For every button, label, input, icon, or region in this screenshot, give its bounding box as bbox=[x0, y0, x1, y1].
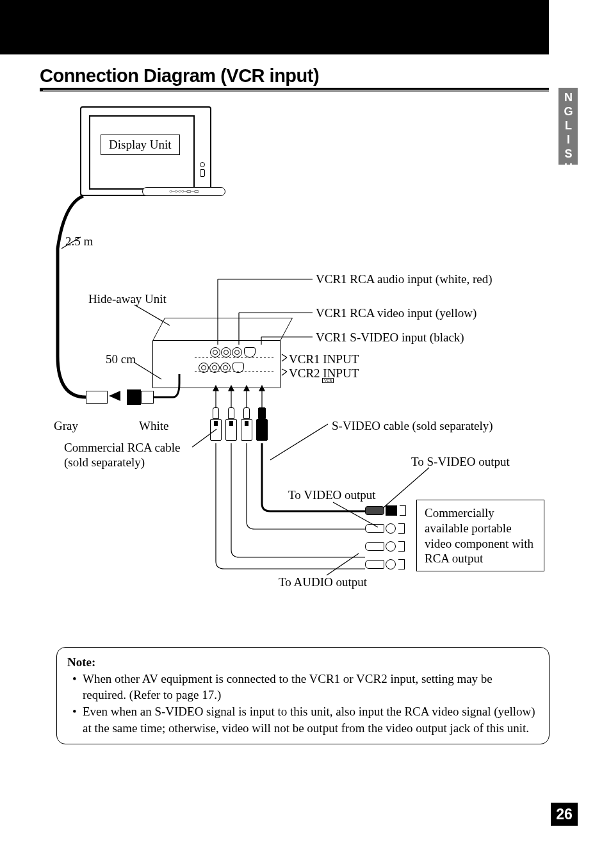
gray-connector-left bbox=[86, 391, 108, 404]
arrow-icon bbox=[109, 391, 120, 401]
section-title: Connection Diagram (VCR input) bbox=[40, 65, 549, 86]
section-title-block: Connection Diagram (VCR input) bbox=[40, 65, 549, 92]
label-to-svideo: To S-VIDEO output bbox=[411, 455, 510, 470]
label-hideaway: Hide-away Unit bbox=[88, 292, 167, 307]
label-vcr1-svideo: VCR1 S-VIDEO input (black) bbox=[316, 331, 464, 345]
vcr2-ports bbox=[199, 363, 244, 375]
note-heading: Note: bbox=[67, 654, 539, 671]
note-item: Even when an S-VIDEO signal is input to … bbox=[72, 703, 539, 736]
svideo-plug bbox=[256, 407, 268, 443]
display-unit: Display Unit ○─○-○ ○─▭─▭ bbox=[80, 106, 211, 196]
label-vcr1-audio: VCR1 RCA audio input (white, red) bbox=[316, 272, 492, 287]
svg-line-27 bbox=[327, 553, 359, 575]
vcr1-ports: VCR bbox=[210, 347, 256, 360]
section-underline bbox=[40, 88, 549, 92]
display-port-strip: ○─○-○ ○─▭─▭ bbox=[142, 187, 225, 196]
label-commercial-rca: Commercial RCA cable (sold separately) bbox=[64, 441, 192, 470]
label-50cm: 50 cm bbox=[106, 352, 136, 367]
svg-line-24 bbox=[270, 424, 328, 460]
portable-video-component-label: Commercially available portable video co… bbox=[425, 506, 534, 565]
display-unit-label: Display Unit bbox=[101, 135, 180, 155]
white-connector-plug bbox=[127, 389, 141, 405]
rca-plug-yellow bbox=[241, 407, 252, 443]
label-vcr1-input: VCR1 INPUT bbox=[289, 352, 359, 367]
display-buttons bbox=[200, 162, 206, 179]
label-to-audio: To AUDIO output bbox=[279, 575, 367, 590]
rca-plug-white bbox=[210, 407, 222, 443]
label-white: White bbox=[139, 419, 168, 434]
label-vcr1-video: VCR1 RCA video input (yellow) bbox=[316, 306, 477, 321]
rca-plug-red bbox=[225, 407, 237, 443]
svg-line-11 bbox=[282, 369, 287, 372]
portable-component-jacks bbox=[365, 502, 406, 574]
svg-line-10 bbox=[282, 357, 287, 361]
top-black-bar bbox=[0, 0, 549, 54]
language-tab: ENGLISH bbox=[558, 88, 578, 165]
portable-video-component-box: Commercially available portable video co… bbox=[416, 500, 544, 571]
diagram: Display Unit ○─○-○ ○─▭─▭ VCR Commerciall… bbox=[45, 101, 548, 601]
note-box: Note: When other AV equipment is connect… bbox=[56, 647, 550, 744]
label-25m: 2.5 m bbox=[65, 234, 93, 249]
page-number: 26 bbox=[551, 803, 578, 826]
label-gray: Gray bbox=[54, 419, 78, 434]
label-svideo-cable: S-VIDEO cable (sold separately) bbox=[332, 419, 493, 434]
label-vcr2-input: VCR2 INPUT bbox=[289, 366, 359, 381]
hideaway-unit: VCR bbox=[152, 318, 281, 388]
white-connector-body bbox=[141, 391, 154, 404]
label-to-video: To VIDEO output bbox=[288, 488, 376, 503]
note-item: When other AV equipment is connected to … bbox=[72, 671, 539, 703]
svg-line-9 bbox=[282, 354, 287, 357]
svg-line-12 bbox=[282, 372, 287, 375]
